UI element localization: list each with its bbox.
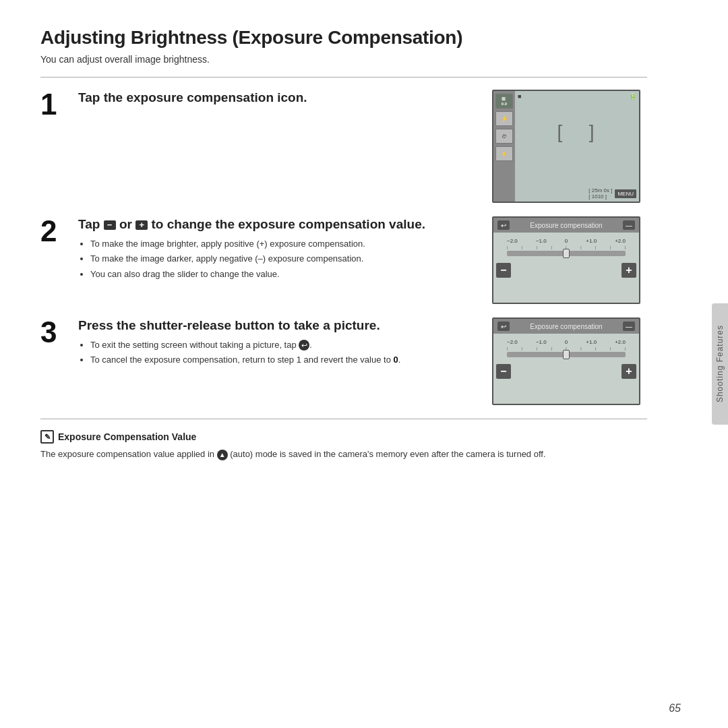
side-tab-label: Shooting Features <box>715 325 725 402</box>
scale-plus1: +1.0 <box>586 238 597 244</box>
step-1-content: Tap the exposure compensation icon. <box>78 90 476 111</box>
step-2-bullets: To make the image brighter, apply positi… <box>78 237 476 282</box>
flash-icon-box: ⚡ <box>495 111 513 126</box>
step-3-screen: ↩ Exposure compensation — −2.0 −1.0 0 +1… <box>492 317 647 405</box>
bullet-brighter: To make the image brighter, apply positi… <box>90 237 476 251</box>
bold-zero: 0 <box>394 355 398 365</box>
timer-icon-box: ⏱ <box>495 129 513 144</box>
step-2-title: Tap − or + to change the exposure compen… <box>78 216 476 233</box>
slider-track-1 <box>507 251 626 256</box>
camera-main-view: ■ 🔋 [ ] [ 25m 0s ][ 1010 ] MENU <box>515 91 639 202</box>
exposure-icon-box: ⊞0.0 <box>495 94 513 109</box>
exp-title-2: Exposure compensation <box>530 323 602 330</box>
bullet-drag: You can also drag the slider to change t… <box>90 268 476 282</box>
scale-minus2: −2.0 <box>507 238 518 244</box>
exp-plus-btn-2[interactable]: + <box>621 364 636 379</box>
cam-storage-info: [ 25m 0s ][ 1010 ] <box>588 187 612 200</box>
camera-left-icons: ⊞0.0 ⚡ ⏱ ⚡ <box>493 91 515 202</box>
or-text: or <box>119 217 135 231</box>
macro-icon-box: ⚡ <box>495 146 513 161</box>
exp-scale-2: −2.0 −1.0 0 +1.0 +2.0 <box>497 339 635 345</box>
exp-close-btn-1: — <box>623 220 635 230</box>
scale2-minus1: −1.0 <box>536 339 547 345</box>
note-title: ✎ Exposure Compensation Value <box>40 430 647 444</box>
exp-title-1: Exposure compensation <box>530 222 602 229</box>
menu-button: MENU <box>615 189 636 198</box>
cam-battery: 🔋 <box>629 93 636 100</box>
slider-thumb-2 <box>563 350 570 359</box>
slider-container-2: ||||||||| <box>507 346 626 360</box>
scale2-minus2: −2.0 <box>507 339 518 345</box>
minus-icon: − <box>104 220 116 230</box>
slider-thumb-1 <box>563 249 570 258</box>
slider-track-2 <box>507 352 626 357</box>
step-3-row: 3 Press the shutter-release button to ta… <box>40 317 647 405</box>
exp-header-2: ↩ Exposure compensation — <box>493 319 639 334</box>
bullet-exit: To exit the setting screen without takin… <box>90 338 476 353</box>
note-text: The exposure compensation value applied … <box>40 448 647 462</box>
step-2-number: 2 <box>40 216 62 246</box>
bullet-cancel: To cancel the exposure compensation, ret… <box>90 353 476 367</box>
camera-viewfinder: [ ] <box>515 102 639 162</box>
step-3-content: Press the shutter-release button to take… <box>78 317 476 369</box>
page-subtitle: You can adjust overall image brightness. <box>40 54 647 65</box>
slider-container-1: ||||||||| <box>507 245 626 259</box>
note-pencil-icon: ✎ <box>40 430 54 444</box>
camera-bottom-bar: [ 25m 0s ][ 1010 ] MENU <box>515 185 639 202</box>
back-icon-inline: ↩ <box>299 340 309 351</box>
step-2-row: 2 Tap − or + to change the exposure comp… <box>40 216 647 304</box>
exp-header-1: ↩ Exposure compensation — <box>493 218 639 233</box>
exp-scale-1: −2.0 −1.0 0 +1.0 +2.0 <box>497 238 635 244</box>
exp-minus-btn-2[interactable]: − <box>496 364 511 379</box>
scale-plus2: +2.0 <box>615 238 626 244</box>
exp-back-btn-2: ↩ <box>497 322 510 331</box>
plus-icon: + <box>135 220 148 230</box>
exp-controls-2: − + <box>493 363 639 380</box>
exp-plus-btn-1[interactable]: + <box>621 263 636 278</box>
note-title-text: Exposure Compensation Value <box>58 431 196 442</box>
note-box: ✎ Exposure Compensation Value The exposu… <box>40 419 647 462</box>
exp-close-btn-2: — <box>623 322 635 331</box>
step-2-screen: ↩ Exposure compensation — −2.0 −1.0 0 +1… <box>492 216 647 304</box>
step-1-screen: ⊞0.0 ⚡ ⏱ ⚡ ■ 🔋 <box>492 90 647 203</box>
exp-slider-area-2: −2.0 −1.0 0 +1.0 +2.0 ||||||||| <box>493 334 639 363</box>
step-3-title: Press the shutter-release button to take… <box>78 317 476 334</box>
title-divider <box>40 77 647 78</box>
step-1-row: 1 Tap the exposure compensation icon. ⊞0… <box>40 90 647 203</box>
step-3-bullets: To exit the setting screen without takin… <box>78 338 476 368</box>
bullet-darker: To make the image darker, apply negative… <box>90 252 476 266</box>
exp-slider-area-1: −2.0 −1.0 0 +1.0 +2.0 ||||||||| <box>493 233 639 262</box>
scale2-plus2: +2.0 <box>615 339 626 345</box>
step-2-content: Tap − or + to change the exposure compen… <box>78 216 476 283</box>
auto-mode-icon: ▲ <box>217 450 228 460</box>
exp-minus-btn-1[interactable]: − <box>496 263 511 278</box>
step-1-title: Tap the exposure compensation icon. <box>78 90 476 107</box>
scale-minus1: −1.0 <box>536 238 547 244</box>
scale2-zero: 0 <box>565 339 568 345</box>
camera-top-bar: ■ 🔋 <box>515 91 639 102</box>
exp-back-btn-1: ↩ <box>497 220 510 230</box>
page-title: Adjusting Brightness (Exposure Compensat… <box>40 27 647 49</box>
step-1-number: 1 <box>40 90 62 119</box>
page-number: 65 <box>669 702 681 715</box>
exp-controls-1: − + <box>493 262 639 279</box>
scale-zero: 0 <box>565 238 568 244</box>
side-tab: Shooting Features <box>712 303 728 425</box>
cam-mode-icon: ■ <box>518 93 521 100</box>
step-3-number: 3 <box>40 317 62 347</box>
scale2-plus1: +1.0 <box>586 339 597 345</box>
